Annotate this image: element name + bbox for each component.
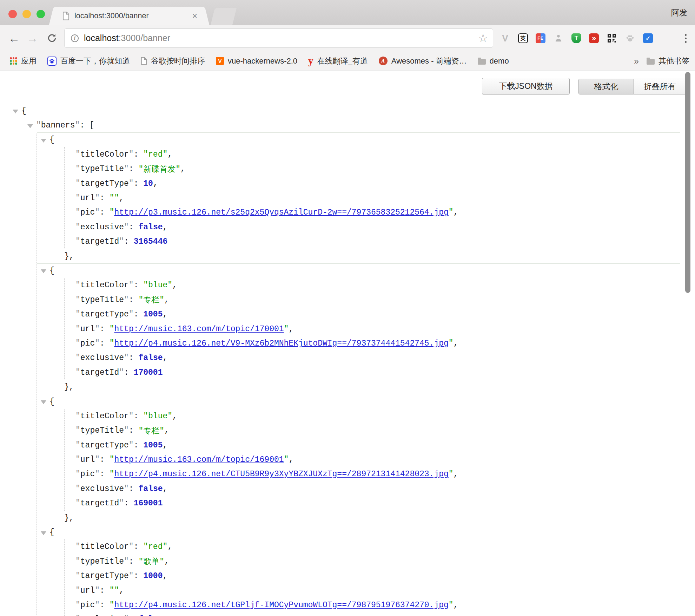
- apps-grid-icon: [10, 57, 17, 65]
- bookmark-label: Awesomes - 前端资…: [391, 56, 467, 66]
- collapse-triangle-icon[interactable]: [41, 269, 46, 273]
- bookmark-other-folder[interactable]: 其他书签: [647, 56, 689, 66]
- object-open-brace: {: [49, 135, 54, 144]
- qr-code-icon[interactable]: [607, 33, 617, 44]
- bookmark-item[interactable]: demo: [478, 57, 509, 66]
- vimium-v-icon[interactable]: V: [500, 33, 510, 44]
- translate-en-icon[interactable]: 英: [518, 33, 528, 43]
- url-path: :3000/banner: [119, 33, 170, 43]
- vertical-scrollbar[interactable]: [685, 72, 690, 293]
- quote: ": [124, 295, 129, 304]
- json-link[interactable]: http://p4.music.126.net/tGPljf-IMOCyPvum…: [114, 601, 448, 610]
- forward-button[interactable]: →: [25, 25, 39, 51]
- collapse-triangle-icon[interactable]: [41, 400, 46, 404]
- bookmark-label: 在线翻译_有道: [317, 56, 368, 66]
- indent-guide: [48, 409, 48, 511]
- blue-check-icon[interactable]: ✓: [643, 33, 653, 43]
- quote: ": [75, 499, 80, 508]
- json-row: "pic": "http://p3.music.126.net/s25q2x5Q…: [37, 205, 680, 220]
- tab-close-icon[interactable]: ×: [192, 12, 197, 20]
- json-link[interactable]: http://p4.music.126.net/V9-MXz6b2MNhEKju…: [114, 339, 448, 348]
- quote: ": [75, 208, 80, 217]
- address-bar[interactable]: i localhost:3000/banner ☆: [64, 28, 493, 48]
- colon: :: [100, 455, 110, 464]
- json-link[interactable]: http://music.163.com/m/topic/170001: [114, 325, 284, 334]
- reload-button[interactable]: [45, 25, 59, 51]
- json-key: titleColor: [80, 542, 129, 551]
- colon: :: [129, 295, 139, 304]
- page-info-icon[interactable]: i: [71, 34, 79, 42]
- bookmark-item[interactable]: y在线翻译_有道: [308, 56, 368, 66]
- quote: ": [75, 426, 80, 435]
- quote: ": [129, 412, 134, 421]
- object-close-brace: },: [64, 252, 74, 261]
- json-link[interactable]: http://p4.music.126.net/CTU5B9R9y3XyYBZX…: [114, 470, 448, 479]
- json-key: targetType: [80, 310, 129, 319]
- object-open-brace: {: [49, 397, 54, 406]
- back-button[interactable]: ←: [7, 25, 21, 51]
- bookmark-item[interactable]: 百度一下，你就知道: [47, 56, 130, 66]
- close-window-button[interactable]: [8, 10, 17, 18]
- quote: ": [75, 339, 80, 348]
- bookmark-item[interactable]: 谷歌按时间排序: [141, 56, 205, 66]
- json-link[interactable]: http://music.163.com/m/topic/169001: [114, 455, 284, 464]
- org-person-icon[interactable]: [553, 33, 564, 44]
- json-row: "pic": "http://p4.music.126.net/V9-MXz6b…: [37, 336, 680, 350]
- youdao-icon: y: [308, 57, 313, 65]
- bookmarks-overflow-icon[interactable]: »: [634, 56, 639, 66]
- root-open-brace: {: [21, 106, 26, 116]
- red-forward-icon[interactable]: »: [589, 33, 599, 43]
- toolbar: ← → i localhost:3000/banner ☆ V英FET»✓: [0, 25, 695, 51]
- quote: ": [75, 164, 80, 173]
- json-row: "titleColor": "red",: [37, 147, 680, 162]
- format-button[interactable]: 格式化: [578, 79, 634, 94]
- collapse-all-button[interactable]: 折叠所有: [634, 79, 686, 94]
- shield-t-icon[interactable]: T: [571, 33, 581, 43]
- json-string-value: "歌单": [138, 556, 164, 567]
- folder-icon: [647, 59, 655, 65]
- collapse-triangle-icon[interactable]: [41, 531, 46, 535]
- collapse-triangle-icon[interactable]: [13, 110, 18, 113]
- comma: ,: [164, 557, 169, 566]
- collapse-triangle-icon[interactable]: [27, 124, 33, 128]
- browser-menu-icon[interactable]: [681, 32, 690, 45]
- bookmark-item[interactable]: 应用: [10, 56, 37, 66]
- indent-guide: [48, 278, 48, 380]
- url-text[interactable]: localhost:3000/banner: [84, 33, 170, 43]
- quote: ": [75, 542, 80, 551]
- json-link[interactable]: http://p3.music.126.net/s25q2x5QyqsAzilC…: [114, 208, 448, 217]
- paw-icon[interactable]: [625, 33, 635, 44]
- zoom-window-button[interactable]: [37, 10, 45, 18]
- json-row: {: [12, 104, 680, 118]
- collapse-triangle-icon[interactable]: [41, 139, 46, 143]
- profile-name[interactable]: 阿发: [671, 7, 687, 18]
- indent-guide: [36, 133, 37, 616]
- minimize-window-button[interactable]: [22, 10, 31, 18]
- quote: ": [124, 223, 129, 232]
- fe-icon[interactable]: FE: [536, 33, 545, 43]
- comma: ,: [454, 470, 458, 479]
- json-row: "url": "http://music.163.com/m/topic/169…: [37, 452, 680, 467]
- json-row: "typeTitle": "歌单",: [37, 554, 680, 569]
- bookmark-star-icon[interactable]: ☆: [478, 33, 488, 44]
- new-tab-button[interactable]: [211, 8, 237, 25]
- json-string-value: "新碟首发": [138, 164, 180, 175]
- json-number-value: 170001: [134, 368, 163, 377]
- quote: ": [124, 353, 129, 362]
- bookmarks-right: » 其他书签: [634, 51, 689, 71]
- bookmark-item[interactable]: Vvue-hackernews-2.0: [216, 57, 297, 66]
- object-close-brace: },: [64, 513, 74, 523]
- json-row: "targetId": 170001: [37, 365, 680, 380]
- colon: :: [129, 223, 139, 232]
- json-object: {"titleColor": "blue","typeTitle": "专栏",…: [37, 394, 680, 525]
- quote: ": [75, 455, 80, 464]
- quote: ": [75, 484, 80, 493]
- comma: ,: [164, 295, 169, 304]
- browser-tab[interactable]: localhost:3000/banner ×: [55, 7, 203, 25]
- bookmark-item[interactable]: AAwesomes - 前端资…: [379, 56, 467, 66]
- json-row: "url": "",: [37, 583, 680, 598]
- quote: ": [129, 310, 134, 319]
- quote: ": [75, 295, 80, 304]
- colon: :: [134, 441, 144, 450]
- download-json-button[interactable]: 下载JSON数据: [482, 78, 570, 94]
